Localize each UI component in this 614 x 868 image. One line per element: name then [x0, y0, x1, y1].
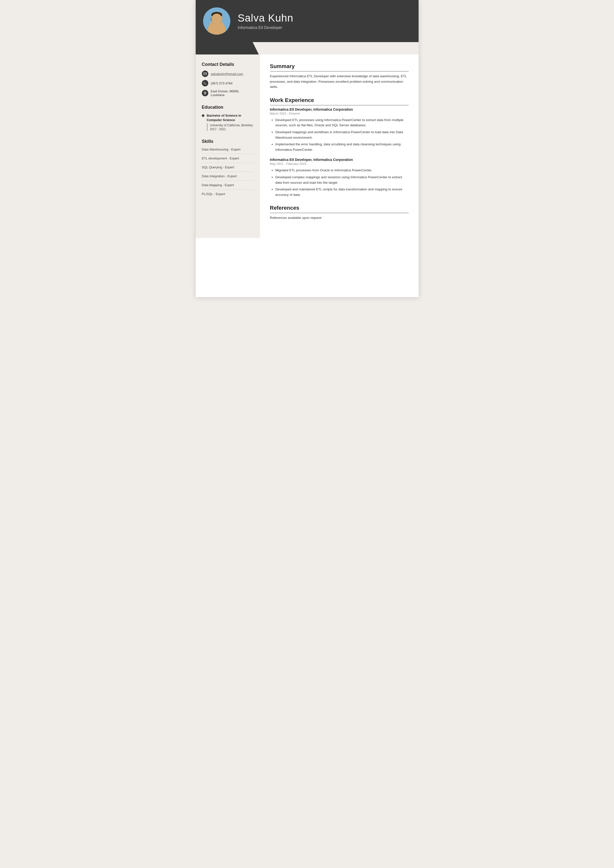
- phone-value: (367) 573 4764: [211, 81, 233, 85]
- resume-container: Salva Kuhn Informatica Etl Developer Con…: [196, 0, 418, 297]
- candidate-title: Informatica Etl Developer: [238, 25, 409, 30]
- svg-point-0: [203, 8, 230, 35]
- contact-section: Contact Details salvakuhn@gmail.com: [202, 62, 254, 97]
- main-content: Summary Experienced Informatica ETL Deve…: [260, 54, 418, 238]
- skills-title: Skills: [202, 139, 254, 144]
- summary-title: Summary: [270, 63, 409, 71]
- edu-school: University of California, Berkeley: [210, 123, 254, 127]
- sidebar: Contact Details salvakuhn@gmail.com: [196, 54, 260, 238]
- summary-text: Experienced Informatica ETL Developer wi…: [270, 73, 409, 90]
- edu-degree: Bachelor of Science in Computer Science: [207, 113, 254, 122]
- skill-item-5: Data Mapping - Expert: [202, 183, 254, 190]
- chevron-dark: [196, 42, 253, 54]
- job-bullet-2-1: Migrated ETL processes from Oracle to In…: [275, 167, 409, 173]
- job-bullets-2: Migrated ETL processes from Oracle to In…: [270, 167, 409, 197]
- education-title: Education: [202, 105, 254, 110]
- job-bullet-1-3: Implemented the error handling, data scr…: [275, 142, 409, 152]
- phone-icon: [202, 80, 208, 87]
- chevron-light: [253, 42, 418, 54]
- job-title-2: Informatica Etl Developer, Informatica C…: [270, 158, 409, 162]
- chevron-bar: [196, 42, 418, 54]
- job-bullet-1-1: Developed ETL processes using Informatic…: [275, 117, 409, 128]
- location-icon: [202, 90, 208, 96]
- svg-point-7: [213, 21, 221, 25]
- job-bullet-2-2: Developed complex mappings and sessions …: [275, 175, 409, 185]
- contact-title: Contact Details: [202, 62, 254, 67]
- skill-item-4: Data Integration - Expert: [202, 174, 254, 181]
- svg-point-6: [211, 12, 222, 18]
- header: Salva Kuhn Informatica Etl Developer: [196, 0, 418, 42]
- svg-point-9: [205, 92, 205, 93]
- contact-phone-item: (367) 573 4764: [202, 80, 254, 87]
- references-text: References available upon request: [270, 215, 409, 220]
- contact-location-item: East Grover, 96906, Louisiana: [202, 89, 254, 97]
- main-layout: Contact Details salvakuhn@gmail.com: [196, 54, 418, 238]
- job-bullets-1: Developed ETL processes using Informatic…: [270, 117, 409, 152]
- avatar-image: [203, 8, 230, 35]
- job-bullet-1-2: Developed mappings and workflows in Info…: [275, 130, 409, 140]
- job-title-1: Informatica Etl Developer, Informatica C…: [270, 107, 409, 112]
- candidate-name: Salva Kuhn: [238, 12, 409, 24]
- email-value[interactable]: salvakuhn@gmail.com: [211, 72, 243, 76]
- skills-list: Data Warehousing - Expert ETL developmen…: [202, 147, 254, 198]
- work-experience-section: Work Experience Informatica Etl Develope…: [270, 97, 409, 198]
- skill-item-1: Data Warehousing - Expert: [202, 147, 254, 154]
- job-bullet-2-3: Developed and maintained ETL scripts for…: [275, 187, 409, 197]
- location-value: East Grover, 96906, Louisiana: [211, 89, 254, 97]
- svg-rect-4: [216, 18, 220, 20]
- skill-item-2: ETL development - Expert: [202, 157, 254, 163]
- edu-item: Bachelor of Science in Computer Science …: [202, 113, 254, 131]
- edu-content: Bachelor of Science in Computer Science …: [207, 113, 254, 131]
- svg-rect-3: [211, 18, 215, 20]
- edu-years: 2017 - 2021: [210, 127, 254, 131]
- job-block-1: Informatica Etl Developer, Informatica C…: [270, 107, 409, 152]
- skills-section: Skills Data Warehousing - Expert ETL dev…: [202, 139, 254, 198]
- job-date-1: March 2023 - Present: [270, 112, 409, 115]
- edu-details: University of California, Berkeley 2017 …: [207, 123, 254, 131]
- email-icon: [202, 71, 208, 77]
- job-date-2: May 2021 - February 2023: [270, 162, 409, 166]
- skill-item-6: PL/SQL - Expert: [202, 192, 254, 198]
- work-experience-title: Work Experience: [270, 97, 409, 105]
- skill-item-3: SQL Querying - Expert: [202, 165, 254, 172]
- references-title: References: [270, 205, 409, 213]
- job-block-2: Informatica Etl Developer, Informatica C…: [270, 158, 409, 197]
- avatar: [203, 8, 230, 35]
- education-section: Education Bachelor of Science in Compute…: [202, 105, 254, 131]
- header-text: Salva Kuhn Informatica Etl Developer: [238, 12, 409, 30]
- edu-bullet: [202, 115, 204, 117]
- references-section: References References available upon req…: [270, 205, 409, 220]
- contact-email-item: salvakuhn@gmail.com: [202, 71, 254, 77]
- svg-point-1: [209, 20, 225, 35]
- summary-section: Summary Experienced Informatica ETL Deve…: [270, 63, 409, 90]
